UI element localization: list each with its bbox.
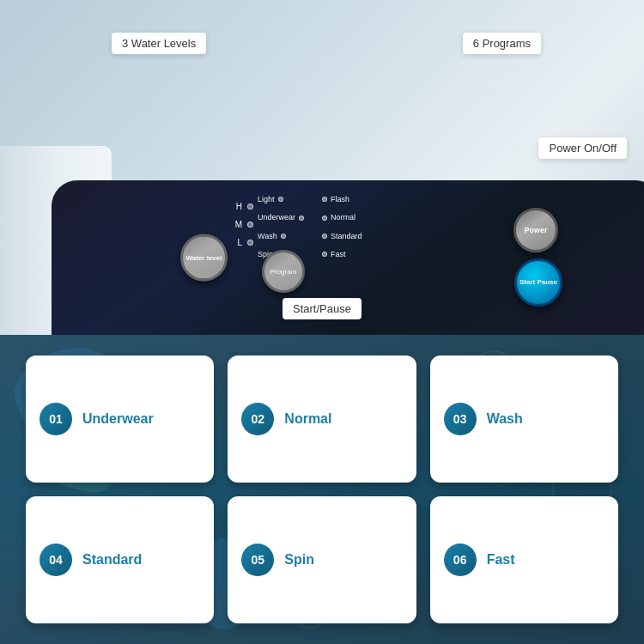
- program-number-03: 03: [444, 403, 477, 435]
- start-label: Start Pause: [519, 278, 557, 287]
- level-dot-l: [247, 240, 253, 246]
- program-card-06: 06 Fast: [430, 496, 618, 623]
- program-name-02: Normal: [284, 411, 331, 427]
- program-name-01: Underwear: [82, 411, 154, 427]
- program-card-05: 05 Spin: [228, 496, 416, 623]
- top-section: 3 Water Levels 6 Programs Water level H …: [0, 0, 644, 335]
- program-name-06: Fast: [487, 552, 515, 568]
- program-card-04: 04 Standard: [26, 496, 214, 623]
- program-number-04: 04: [39, 544, 72, 576]
- start-pause-button[interactable]: Start Pause: [514, 258, 562, 307]
- program-button[interactable]: Program: [262, 250, 305, 293]
- programs-text: 6 Programs: [473, 37, 531, 50]
- annotation-programs: 6 Programs: [463, 33, 541, 54]
- start-text: Start/Pause: [293, 302, 351, 315]
- level-row-m: M: [232, 220, 253, 229]
- program-card-03: 03 Wash: [430, 355, 618, 483]
- bottom-section: 01 Underwear 02 Normal 03 Wash 04 Standa…: [0, 335, 644, 644]
- program-number-02: 02: [241, 403, 274, 435]
- program-card-01: 01 Underwear: [26, 355, 214, 483]
- program-number-05: 05: [241, 544, 274, 576]
- level-dot-h: [247, 204, 253, 210]
- program-name-03: Wash: [487, 411, 523, 427]
- level-dot-m: [247, 222, 253, 228]
- prog-label-wash: Wash: [258, 230, 304, 242]
- power-text: Power On/Off: [549, 142, 617, 155]
- program-number-01: 01: [39, 403, 72, 435]
- prog-label-standard: Standard: [322, 230, 362, 242]
- water-levels-text: 3 Water Levels: [122, 37, 196, 50]
- annotation-start: Start/Pause: [283, 298, 361, 319]
- prog-label-flash: Flash: [322, 193, 362, 205]
- prog-label-normal: Normal: [322, 211, 362, 223]
- level-row-h: H: [232, 202, 253, 211]
- program-card-02: 02 Normal: [228, 355, 416, 483]
- program-number-06: 06: [444, 544, 477, 576]
- program-name-04: Standard: [82, 552, 142, 568]
- prog-label-light: Light: [258, 193, 304, 205]
- program-name-05: Spin: [284, 552, 314, 568]
- power-label: Power: [524, 226, 547, 234]
- prog-label-underwear: Underwear: [258, 211, 304, 223]
- level-row-l: L: [232, 238, 253, 247]
- water-level-button[interactable]: Water level: [180, 234, 228, 282]
- programs-grid: 01 Underwear 02 Normal 03 Wash 04 Standa…: [0, 335, 644, 644]
- program-label: Program: [270, 268, 297, 276]
- power-button[interactable]: Power: [513, 208, 558, 252]
- annotation-water-levels: 3 Water Levels: [112, 33, 206, 54]
- prog-label-fast: Fast: [322, 248, 362, 260]
- water-level-label: Water level: [186, 254, 222, 262]
- controls-area: Water level H M L Li: [189, 189, 610, 326]
- annotation-power: Power On/Off: [538, 137, 627, 159]
